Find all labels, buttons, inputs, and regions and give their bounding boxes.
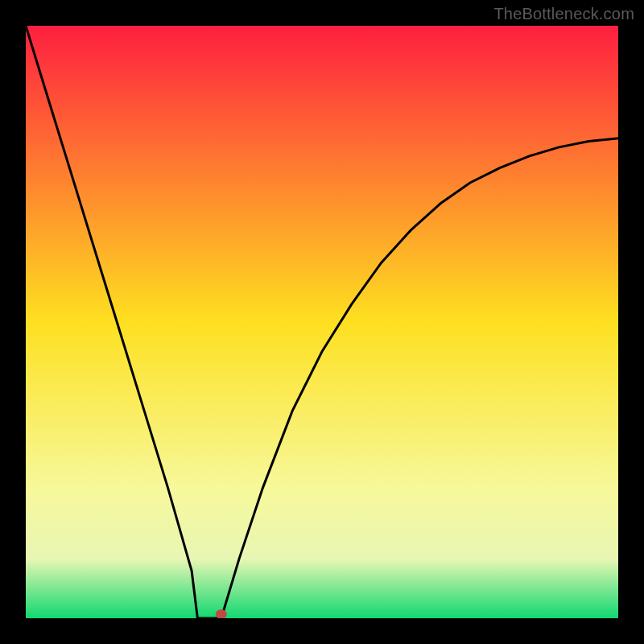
plot-area <box>26 26 618 618</box>
outer-frame: TheBottleneck.com <box>0 0 644 644</box>
gradient-background <box>26 26 618 618</box>
chart-canvas <box>26 26 618 618</box>
watermark-text: TheBottleneck.com <box>493 5 634 23</box>
